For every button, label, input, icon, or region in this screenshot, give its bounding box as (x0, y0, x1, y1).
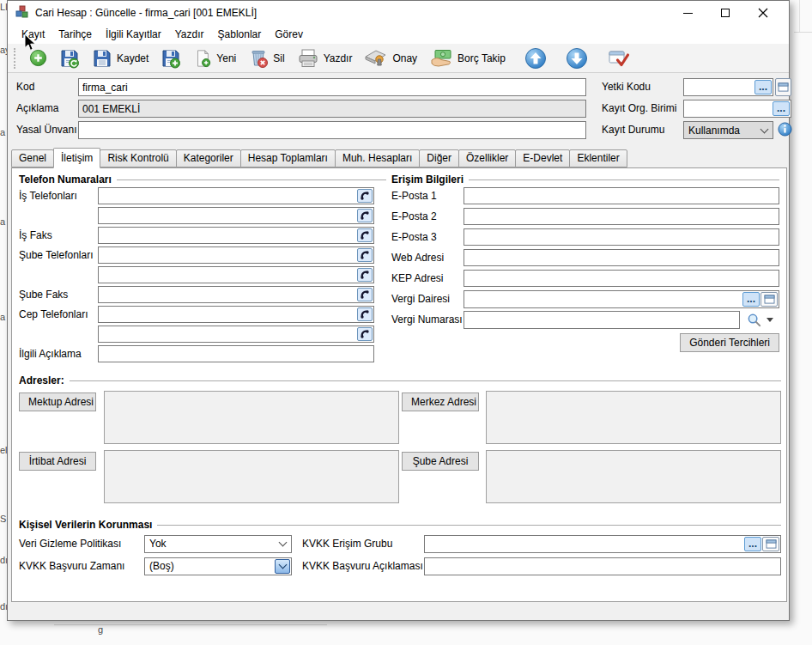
cep-telefonlari-2-field (98, 326, 374, 343)
phone-icon (360, 191, 370, 201)
vergi-dairesi-window-button[interactable] (760, 292, 778, 307)
toolbar-gripper[interactable] (14, 48, 18, 69)
kayit-org-birimi-lookup-button[interactable]: ... (773, 101, 790, 116)
dial-button[interactable] (357, 327, 373, 341)
tab-iletisim[interactable]: İletişim (53, 148, 100, 168)
maximize-button[interactable] (706, 1, 744, 25)
is-telefonlari-2-input[interactable] (99, 208, 356, 223)
tab-e-devlet[interactable]: E-Devlet (515, 149, 570, 167)
dial-button[interactable] (357, 268, 373, 282)
tab-muh-hesaplari[interactable]: Muh. Hesapları (335, 149, 420, 167)
cep-telefonlari-2-input[interactable] (99, 326, 356, 342)
vergi-dairesi-input[interactable] (464, 291, 742, 307)
yetki-kodu-window-button[interactable] (775, 78, 791, 96)
veri-gizleme-select[interactable]: Yok (144, 535, 292, 553)
tab-hesap-toplamlari[interactable]: Hesap Toplamları (240, 149, 336, 167)
dial-button[interactable] (357, 209, 373, 222)
kep-adresi-input[interactable] (464, 270, 779, 287)
debt-tracking-button[interactable]: Borç Takip (423, 46, 512, 71)
dial-button[interactable] (357, 288, 373, 301)
tab-eklentiler[interactable]: Eklentiler (569, 149, 627, 167)
cep-telefonlari-1-input[interactable] (99, 307, 356, 322)
save-refresh-button[interactable] (53, 46, 86, 71)
phone-icon (360, 250, 370, 260)
tab-diger[interactable]: Diğer (419, 149, 459, 167)
eposta1-label: E-Posta 1 (391, 190, 464, 202)
debt-tracking-icon (429, 48, 453, 69)
kvkk-erisim-grubu-input[interactable] (425, 536, 743, 552)
save-add-button[interactable] (155, 46, 187, 71)
dial-button[interactable] (357, 307, 373, 321)
save-button[interactable]: Kaydet (86, 46, 155, 71)
titlebar[interactable]: Cari Hesap : Güncelle - firma_cari [001 … (8, 1, 789, 25)
tab-kategoriler[interactable]: Kategoriler (176, 149, 241, 167)
sube-faks-input[interactable] (99, 287, 356, 302)
is-faks-input[interactable] (99, 228, 356, 243)
menu-sablonlar[interactable]: Şablonlar (211, 27, 269, 42)
menu-tarihce[interactable]: Tarihçe (52, 27, 99, 42)
close-icon (758, 8, 768, 18)
background-panel-edge (54, 624, 327, 631)
mektup-adresi-button[interactable]: Mektup Adresi (19, 392, 96, 411)
is-telefonlari-1-input[interactable] (99, 188, 356, 204)
tab-ozellikler[interactable]: Özellikler (458, 149, 516, 167)
yetki-kodu-input[interactable] (684, 79, 754, 95)
ilgili-aciklama-input[interactable] (98, 345, 374, 362)
sube-telefonlari-2-input[interactable] (99, 267, 356, 283)
eposta3-input[interactable] (464, 228, 779, 246)
approve-stamp-icon (364, 48, 388, 69)
eposta1-input[interactable] (464, 187, 779, 204)
irtibat-adresi-textarea[interactable] (104, 450, 399, 503)
dial-button[interactable] (357, 228, 373, 242)
yasal-unvani-input[interactable] (78, 121, 586, 139)
menu-gorev[interactable]: Görev (268, 27, 310, 42)
irtibat-adresi-button[interactable]: İrtibat Adresi (19, 452, 96, 471)
sube-telefonlari-1-input[interactable] (99, 247, 356, 263)
aciklama-input[interactable] (78, 100, 586, 118)
kvkk-erisim-grubu-lookup-button[interactable]: ... (744, 537, 761, 551)
kvkk-basvuru-zamani-select[interactable]: (Boş) (144, 557, 292, 575)
menu-ilgili-kayitlar[interactable]: İlgili Kayıtlar (99, 27, 168, 42)
sube-adresi-button[interactable]: Şube Adresi (402, 452, 479, 471)
mektup-adresi-textarea[interactable] (104, 391, 399, 444)
kayit-durumu-select[interactable]: Kullanımda (683, 121, 773, 139)
merkez-adresi-textarea[interactable] (486, 391, 781, 444)
kod-input[interactable] (78, 78, 586, 96)
kvkk-erisim-grubu-window-button[interactable] (762, 537, 779, 551)
new-button[interactable]: Yeni (187, 46, 242, 71)
kvkk-basvuru-aciklamasi-input[interactable] (424, 557, 781, 575)
kayit-durumu-label: Kayıt Durumu (602, 124, 664, 136)
vergi-numarasi-search-button[interactable] (747, 313, 773, 327)
navigate-down-button[interactable] (560, 46, 594, 71)
vergi-dairesi-lookup-button[interactable]: ... (742, 292, 760, 307)
web-adresi-input[interactable] (464, 249, 779, 266)
approve-button[interactable]: Onay (358, 46, 423, 71)
dial-button[interactable] (357, 248, 373, 262)
print-button[interactable]: Yazdır (291, 46, 359, 71)
kvkk-basvuru-zamani-dropdown-button[interactable] (275, 559, 290, 574)
kod-label: Kod (16, 81, 34, 93)
yetki-kodu-lookup-button[interactable]: ... (754, 80, 772, 94)
background-panel-edge (794, 32, 812, 33)
app-icon (15, 5, 28, 21)
menu-yazdir[interactable]: Yazdır (168, 27, 211, 42)
navigate-up-button[interactable] (518, 46, 553, 71)
gonderi-tercihleri-button[interactable]: Gönderi Tercihleri (680, 333, 779, 352)
tab-risk-kontrolu[interactable]: Risk Kontrolü (100, 149, 176, 167)
eposta2-input[interactable] (464, 208, 779, 225)
delete-button[interactable]: Sil (242, 46, 290, 71)
sube-adresi-textarea[interactable] (486, 450, 781, 503)
apply-check-button[interactable] (601, 46, 637, 71)
veri-gizleme-value: Yok (149, 538, 280, 550)
close-button[interactable] (744, 1, 782, 25)
dial-button[interactable] (357, 189, 373, 203)
vergi-dairesi-field: ... (464, 290, 779, 308)
minimize-button[interactable] (669, 1, 706, 25)
kayit-org-birimi-input[interactable] (684, 100, 772, 117)
kayit-durumu-info-button[interactable] (778, 122, 792, 139)
merkez-adresi-button[interactable]: Merkez Adresi (402, 392, 479, 411)
tab-genel[interactable]: Genel (11, 149, 54, 167)
chevron-down-icon (278, 561, 287, 569)
kvkk-basvuru-zamani-value: (Boş) (149, 560, 275, 572)
vergi-numarasi-input[interactable] (464, 311, 740, 329)
